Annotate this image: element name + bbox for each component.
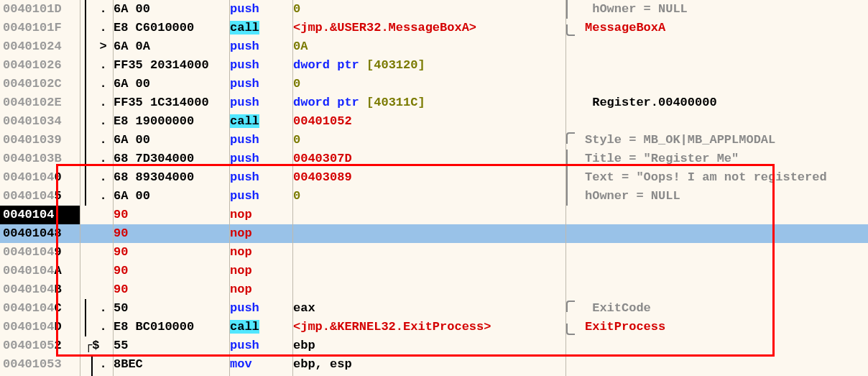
hex-cell[interactable]: 68 89304000 <box>114 168 230 187</box>
address-cell[interactable]: 00401040 <box>0 168 80 187</box>
mnemonic-cell[interactable]: push <box>230 168 293 187</box>
mnemonic-cell[interactable]: push <box>230 37 293 56</box>
operand-cell[interactable]: 0 <box>293 75 566 93</box>
hex-cell[interactable]: FF35 20314000 <box>114 56 230 75</box>
operand-cell[interactable]: <jmp.&KERNEL32.ExitProcess> <box>293 318 566 336</box>
hex-cell[interactable]: 55 <box>114 336 230 355</box>
hex-cell[interactable]: 50 <box>114 299 230 318</box>
disasm-row[interactable]: 0040104990nop <box>0 243 868 262</box>
hex-cell[interactable]: 90 <box>114 243 230 262</box>
disasm-row[interactable]: 0040104790nop <box>0 206 868 224</box>
address-cell[interactable]: 0040104D <box>0 318 80 336</box>
mnemonic-cell[interactable]: nop <box>230 224 293 243</box>
mnemonic-cell[interactable]: mov <box>230 355 293 374</box>
mnemonic-cell[interactable]: push <box>230 75 293 93</box>
operand-cell[interactable]: ebp, esp <box>293 355 566 374</box>
address-cell[interactable]: 00401049 <box>0 243 80 262</box>
hex-cell[interactable]: 6A 00 <box>114 187 230 206</box>
operand-cell[interactable]: 00401052 <box>293 112 566 131</box>
operand-cell[interactable] <box>293 243 566 262</box>
mnemonic-cell[interactable]: push <box>230 150 293 168</box>
mnemonic-cell[interactable]: push <box>230 93 293 112</box>
hex-cell[interactable]: 90 <box>114 280 230 299</box>
operand-cell[interactable] <box>293 224 566 243</box>
disasm-row[interactable]: 0040101D .6A 00push0 hOwner = NULL <box>0 0 868 19</box>
mnemonic-cell[interactable]: call <box>230 19 293 37</box>
disasm-row[interactable]: 00401040 .68 89304000push00403089Text = … <box>0 168 868 187</box>
operand-cell[interactable] <box>293 206 566 224</box>
address-cell[interactable]: 00401048 <box>0 224 80 243</box>
hex-cell[interactable]: 90 <box>114 206 230 224</box>
address-cell[interactable]: 0040104A <box>0 262 80 280</box>
disasm-row[interactable]: 0040104C .50pusheax ExitCode <box>0 299 868 318</box>
address-cell[interactable]: 0040104B <box>0 280 80 299</box>
mnemonic-cell[interactable]: push <box>230 299 293 318</box>
hex-cell[interactable]: 6A 00 <box>114 131 230 150</box>
disassembly-listing[interactable]: 0040101D .6A 00push0 hOwner = NULL004010… <box>0 0 868 376</box>
disasm-row[interactable]: 0040101F .E8 C6010000call<jmp.&USER32.Me… <box>0 19 868 37</box>
mnemonic-cell[interactable]: push <box>230 131 293 150</box>
address-cell[interactable]: 00401034 <box>0 112 80 131</box>
mnemonic-cell[interactable]: nop <box>230 262 293 280</box>
disasm-row[interactable]: 00401026 .FF35 20314000pushdword ptr [40… <box>0 56 868 75</box>
hex-cell[interactable]: FF35 1C314000 <box>114 93 230 112</box>
address-cell[interactable]: 00401024 <box>0 37 80 56</box>
hex-cell[interactable]: 8BEC <box>114 355 230 374</box>
hex-cell[interactable]: 6A 0A <box>114 37 230 56</box>
disasm-row[interactable]: 0040104D .E8 BC010000call<jmp.&KERNEL32.… <box>0 318 868 336</box>
operand-cell[interactable]: eax <box>293 299 566 318</box>
hex-cell[interactable]: 90 <box>114 224 230 243</box>
address-cell[interactable]: 00401052 <box>0 336 80 355</box>
disasm-row[interactable]: 0040102E .FF35 1C314000pushdword ptr [40… <box>0 93 868 112</box>
hex-cell[interactable]: 6A 00 <box>114 0 230 19</box>
operand-cell[interactable]: dword ptr [40311C] <box>293 93 566 112</box>
disasm-row[interactable]: 0040103B .68 7D304000push0040307DTitle =… <box>0 150 868 168</box>
address-cell[interactable]: 00401039 <box>0 131 80 150</box>
address-cell[interactable]: 00401053 <box>0 355 80 374</box>
address-cell[interactable]: 0040104C <box>0 299 80 318</box>
mnemonic-cell[interactable]: push <box>230 336 293 355</box>
address-cell[interactable]: 0040101D <box>0 0 80 19</box>
mnemonic-cell[interactable]: push <box>230 56 293 75</box>
hex-cell[interactable]: 68 7D304000 <box>114 150 230 168</box>
operand-cell[interactable]: 0 <box>293 131 566 150</box>
operand-cell[interactable] <box>293 280 566 299</box>
mnemonic-cell[interactable]: push <box>230 187 293 206</box>
operand-cell[interactable]: <jmp.&USER32.MessageBoxA> <box>293 19 566 37</box>
disasm-row[interactable]: 00401045 .6A 00push0hOwner = NULL <box>0 187 868 206</box>
operand-cell[interactable]: dword ptr [403120] <box>293 56 566 75</box>
address-cell[interactable]: 00401047 <box>0 206 80 224</box>
disasm-row[interactable]: 0040104B90nop <box>0 280 868 299</box>
mnemonic-cell[interactable]: nop <box>230 280 293 299</box>
mnemonic-cell[interactable]: call <box>230 112 293 131</box>
disasm-row[interactable]: 0040104890nop <box>0 224 868 243</box>
operand-cell[interactable]: 0 <box>293 187 566 206</box>
disasm-row[interactable]: 00401039 .6A 00push0Style = MB_OK|MB_APP… <box>0 131 868 150</box>
operand-cell[interactable]: 0A <box>293 37 566 56</box>
operand-cell[interactable] <box>293 262 566 280</box>
address-cell[interactable]: 0040101F <box>0 19 80 37</box>
disasm-row[interactable]: 00401024 >6A 0Apush0A <box>0 37 868 56</box>
disasm-row[interactable]: 00401034 .E8 19000000call00401052 <box>0 112 868 131</box>
mnemonic-cell[interactable]: nop <box>230 243 293 262</box>
operand-cell[interactable]: ebp <box>293 336 566 355</box>
operand-cell[interactable]: 00403089 <box>293 168 566 187</box>
disasm-row[interactable]: 0040104A90nop <box>0 262 868 280</box>
disasm-row[interactable]: 00401053 .8BECmovebp, esp <box>0 355 868 374</box>
operand-cell[interactable]: 0 <box>293 0 566 19</box>
disasm-row[interactable]: 00401052┌$55pushebp <box>0 336 868 355</box>
hex-cell[interactable]: 90 <box>114 262 230 280</box>
address-cell[interactable]: 00401026 <box>0 56 80 75</box>
disasm-row[interactable]: 0040102C .6A 00push0 <box>0 75 868 93</box>
address-cell[interactable]: 0040103B <box>0 150 80 168</box>
hex-cell[interactable]: E8 19000000 <box>114 112 230 131</box>
mnemonic-cell[interactable]: nop <box>230 206 293 224</box>
address-cell[interactable]: 00401045 <box>0 187 80 206</box>
mnemonic-cell[interactable]: push <box>230 0 293 19</box>
address-cell[interactable]: 0040102E <box>0 93 80 112</box>
address-cell[interactable]: 0040102C <box>0 75 80 93</box>
hex-cell[interactable]: E8 C6010000 <box>114 19 230 37</box>
operand-cell[interactable]: 0040307D <box>293 150 566 168</box>
hex-cell[interactable]: 6A 00 <box>114 75 230 93</box>
mnemonic-cell[interactable]: call <box>230 318 293 336</box>
